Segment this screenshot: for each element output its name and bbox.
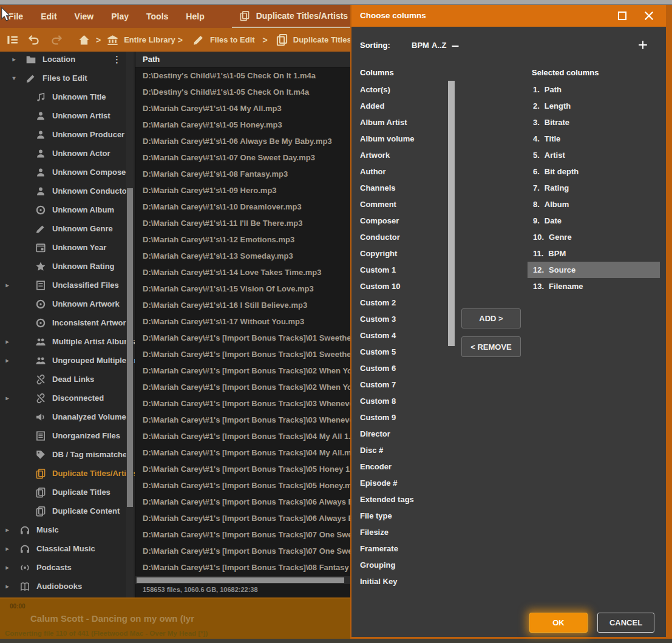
menu-item[interactable]: Edit bbox=[41, 12, 56, 21]
column-item[interactable]: File type bbox=[351, 508, 447, 524]
breadcrumb-files-to-edit[interactable]: Files to Edit bbox=[210, 35, 255, 44]
column-item[interactable]: Custom 9 bbox=[351, 409, 447, 426]
sidebar-item[interactable]: Unanalyzed Volume bbox=[0, 407, 135, 426]
breadcrumb-entire-library[interactable]: Entire Library bbox=[124, 35, 175, 44]
sidebar-item[interactable]: Unknown Album bbox=[0, 200, 135, 219]
sidebar-item[interactable]: ▾ Files to Edit bbox=[0, 69, 135, 87]
home-icon[interactable] bbox=[78, 33, 90, 46]
sidebar-item[interactable]: ▸ Classical Music bbox=[0, 539, 135, 558]
sidebar-item[interactable]: Inconsistent Artwork bbox=[0, 313, 135, 332]
sidebar-item[interactable]: Unknown Artist bbox=[0, 106, 135, 125]
column-item[interactable]: Added bbox=[351, 98, 447, 114]
column-item[interactable]: Custom 5 bbox=[351, 344, 447, 360]
cancel-button[interactable]: CANCEL bbox=[597, 613, 654, 633]
menu-item[interactable]: View bbox=[75, 12, 94, 21]
sidebar-item[interactable]: Unknown Artwork bbox=[0, 294, 135, 313]
sidebar-item[interactable]: DB / Tag mismatches bbox=[0, 445, 135, 464]
expand-arrow-icon[interactable]: ▸ bbox=[3, 338, 12, 345]
bank-icon[interactable] bbox=[106, 33, 119, 46]
add-button[interactable]: ADD > bbox=[461, 308, 521, 328]
undo-icon[interactable] bbox=[27, 33, 40, 46]
sidebar-item[interactable]: ▸ Disconnected bbox=[0, 389, 135, 407]
column-item[interactable]: Filesize bbox=[351, 524, 447, 540]
selected-column-item[interactable]: 3. Bitrate bbox=[528, 114, 660, 131]
column-item[interactable]: Grouping bbox=[351, 557, 447, 573]
sidebar-item[interactable]: Unknown Producer bbox=[0, 125, 135, 144]
sidebar-item[interactable]: ▸ Ungrouped Multiple Artists bbox=[0, 351, 135, 370]
sidebar-scrollbar-thumb[interactable] bbox=[127, 188, 133, 507]
selected-column-item[interactable]: 8. Album bbox=[528, 196, 660, 213]
sidebar-scrollbar[interactable] bbox=[126, 52, 134, 597]
column-item[interactable]: Actor(s) bbox=[351, 81, 447, 98]
column-item[interactable]: Channels bbox=[351, 180, 447, 196]
menu-item[interactable]: Play bbox=[111, 12, 129, 21]
column-item[interactable]: Album Artist bbox=[351, 114, 447, 131]
redo-icon[interactable] bbox=[50, 33, 63, 46]
tab-duplicate-titles-artists[interactable]: Duplicate Titles/Artists bbox=[232, 5, 355, 28]
expand-arrow-icon[interactable]: ▸ bbox=[3, 282, 12, 288]
ok-button[interactable]: OK bbox=[529, 613, 588, 633]
table-scrollbar-thumb[interactable] bbox=[137, 577, 344, 583]
sorting-order-value[interactable]: A..Z bbox=[432, 41, 447, 50]
sidebar-item[interactable]: ▸ Location bbox=[0, 52, 135, 69]
close-icon[interactable] bbox=[643, 10, 655, 22]
columns-list-scrollbar[interactable] bbox=[447, 81, 455, 595]
sidebar-item[interactable]: Duplicate Titles bbox=[0, 483, 135, 502]
plus-icon[interactable] bbox=[637, 39, 648, 50]
column-item[interactable]: Disc # bbox=[351, 442, 447, 458]
expand-arrow-icon[interactable]: ▸ bbox=[3, 526, 12, 533]
column-item[interactable]: Custom 10 bbox=[351, 278, 447, 294]
queue-icon[interactable] bbox=[6, 33, 19, 46]
column-item[interactable]: Initial Key bbox=[351, 573, 447, 590]
expand-arrow-icon[interactable]: ▸ bbox=[3, 395, 12, 401]
column-item[interactable]: Custom 3 bbox=[351, 311, 447, 327]
maximize-icon[interactable] bbox=[617, 10, 628, 21]
sidebar-item[interactable]: Unknown Actor bbox=[0, 144, 135, 163]
dialog-titlebar[interactable]: Choose columns bbox=[351, 5, 666, 27]
sidebar-item[interactable]: ▸ Music bbox=[0, 520, 135, 539]
duplicate-icon[interactable] bbox=[276, 33, 288, 46]
column-item[interactable]: Author bbox=[351, 163, 447, 180]
selected-column-item[interactable]: 9. Date bbox=[528, 213, 660, 229]
sidebar-item[interactable]: Unknown Rating bbox=[0, 257, 135, 276]
column-item[interactable]: Extended tags bbox=[351, 491, 447, 508]
expand-arrow-icon[interactable]: ▸ bbox=[3, 564, 12, 571]
selected-column-item[interactable]: 12. Source bbox=[528, 262, 660, 278]
column-header-path[interactable]: Path bbox=[143, 55, 160, 64]
selected-column-item[interactable]: 2. Length bbox=[528, 98, 660, 114]
column-item[interactable]: Custom 7 bbox=[351, 376, 447, 393]
sorting-field-value[interactable]: BPM bbox=[412, 41, 429, 50]
sidebar-item[interactable]: Unknown Conductor bbox=[0, 182, 135, 200]
column-item[interactable]: Framerate bbox=[351, 540, 447, 557]
column-item[interactable]: Episode # bbox=[351, 475, 447, 491]
menu-item[interactable]: Help bbox=[186, 12, 204, 21]
sidebar-item[interactable]: Dead Links bbox=[0, 370, 135, 389]
expand-arrow-icon[interactable]: ▸ bbox=[10, 56, 18, 63]
column-item[interactable]: Album volume bbox=[351, 131, 447, 147]
column-item[interactable]: Custom 1 bbox=[351, 262, 447, 278]
columns-scrollbar-thumb[interactable] bbox=[448, 81, 455, 346]
sidebar-item[interactable]: ▸ Multiple Artist Albums bbox=[0, 332, 135, 351]
sidebar-item[interactable]: ▸ Podcasts bbox=[0, 558, 135, 577]
more-options-icon[interactable] bbox=[112, 54, 121, 65]
sidebar-item[interactable]: Unknown Genre bbox=[0, 219, 135, 238]
sidebar-item[interactable]: Unknown Composer bbox=[0, 163, 135, 182]
sidebar-item[interactable]: Unorganized Files bbox=[0, 426, 135, 445]
expand-arrow-icon[interactable]: ▸ bbox=[3, 357, 12, 364]
column-item[interactable]: Composer bbox=[351, 213, 447, 229]
column-item[interactable]: Encoder bbox=[351, 458, 447, 475]
column-item[interactable]: Copyright bbox=[351, 245, 447, 262]
column-item[interactable]: Director bbox=[351, 426, 447, 442]
sidebar-item[interactable]: Duplicate Content bbox=[0, 502, 135, 520]
expand-arrow-icon[interactable]: ▸ bbox=[3, 545, 12, 552]
selected-column-item[interactable]: 6. Bit depth bbox=[528, 163, 660, 180]
selected-column-item[interactable]: 1. Path bbox=[528, 81, 660, 98]
sidebar-item[interactable]: ▸ Unclassified Files bbox=[0, 276, 135, 294]
column-item[interactable]: Custom 6 bbox=[351, 360, 447, 376]
pencil-icon[interactable] bbox=[192, 33, 205, 46]
column-item[interactable]: Artwork bbox=[351, 147, 447, 163]
minus-icon[interactable] bbox=[450, 41, 460, 51]
breadcrumb-duplicate-titles[interactable]: Duplicate Titles/A bbox=[293, 35, 359, 44]
expand-arrow-icon[interactable]: ▸ bbox=[3, 583, 12, 590]
menu-item[interactable]: Tools bbox=[146, 12, 168, 21]
